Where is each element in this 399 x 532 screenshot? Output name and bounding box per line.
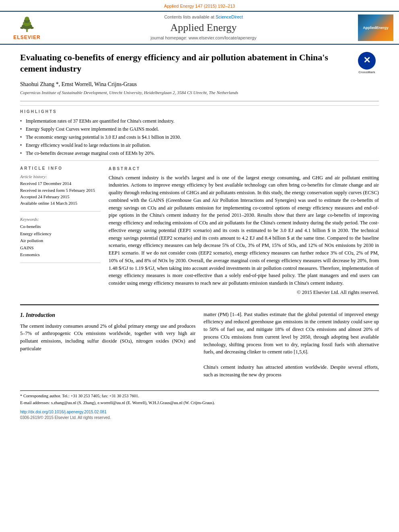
- list-item: The economic energy saving potential is …: [20, 133, 379, 141]
- abstract-label: ABSTRACT: [109, 166, 379, 172]
- history-label: Article history:: [20, 174, 101, 180]
- applied-energy-logo: AppliedEnergy: [358, 14, 394, 41]
- intro-left-col: 1. Introduction The cement industry cons…: [20, 311, 195, 379]
- authors-line: Shaohui Zhang *, Ernst Worrell, Wina Cri…: [20, 80, 379, 88]
- keywords-label: Keywords:: [20, 216, 101, 222]
- paper-title-block: Evaluating co-benefits of energy efficie…: [20, 52, 379, 75]
- list-item: Economics: [20, 251, 101, 259]
- article-info-label: ARTICLE INFO: [20, 166, 101, 171]
- divider-1: [20, 101, 379, 101]
- email-label: E-mail addresses:: [20, 401, 50, 405]
- highlights-label: HIGHLIGHTS: [20, 109, 379, 115]
- intro-right-col: matter (PM) [1–4]. Past studies estimate…: [204, 311, 379, 379]
- list-item: GAINS: [20, 244, 101, 252]
- introduction-section: 1. Introduction The cement industry cons…: [20, 304, 379, 379]
- list-item: Energy Supply Cost Curves were implement…: [20, 125, 379, 133]
- copyright-text: © 2015 Elsevier Ltd. All rights reserved…: [109, 289, 379, 296]
- list-item: The co-benefits decrease average margina…: [20, 149, 379, 157]
- elsevier-logo: ELSEVIER: [5, 14, 49, 41]
- affiliation-text: Copernicus Institute of Sustainable Deve…: [20, 90, 379, 96]
- keywords-block: Keywords: Co-benefits Energy efficiency …: [20, 216, 101, 263]
- abstract-text: China's cement industry is the world's l…: [109, 174, 379, 296]
- svg-point-6: [30, 27, 33, 29]
- journal-title: Applied Energy: [53, 21, 354, 35]
- email-footnote: E-mail addresses: s.zhang@uu.nl (S. Zhan…: [20, 400, 379, 406]
- list-item: Air pollution: [20, 237, 101, 244]
- elsevier-wordmark: ELSEVIER: [13, 34, 40, 41]
- doi-link[interactable]: http://dx.doi.org/10.1016/j.apenergy.201…: [20, 409, 379, 415]
- footer-links: http://dx.doi.org/10.1016/j.apenergy.201…: [20, 409, 379, 421]
- corresponding-footnote: * Corresponding author. Tel.: +31 30 253…: [20, 393, 379, 399]
- svg-point-4: [25, 17, 29, 21]
- citation-text: Applied Energy 147 (2015) 192–213: [164, 4, 235, 8]
- intro-title: 1. Introduction: [20, 311, 195, 319]
- introduction-cols: 1. Introduction The cement industry cons…: [20, 311, 379, 379]
- available-date: Available online 14 March 2015: [20, 200, 101, 206]
- journal-citation: Applied Energy 147 (2015) 192–213: [0, 0, 399, 11]
- svg-point-5: [20, 27, 24, 29]
- crossmark-icon: ✕: [363, 55, 370, 66]
- footer-copyright: 0306-2619/© 2015 Elsevier Ltd. All right…: [20, 415, 379, 421]
- received-date: Received 17 December 2014: [20, 181, 101, 187]
- crossmark-badge[interactable]: ✕ CrossMark: [355, 52, 379, 74]
- list-item: Energy efficiency: [20, 230, 101, 238]
- intro-paragraph-left: The cement industry consumes around 2% o…: [20, 322, 195, 353]
- article-info-abstract-cols: ARTICLE INFO Article history: Received 1…: [20, 166, 379, 296]
- list-item: Energy efficiency would lead to large re…: [20, 141, 379, 149]
- crossmark-label: CrossMark: [355, 70, 379, 74]
- list-item: Co-benefits: [20, 223, 101, 230]
- journal-center-info: Contents lists available at ScienceDirec…: [53, 14, 354, 41]
- elsevier-tree-svg: [13, 14, 41, 33]
- journal-banner: ELSEVIER Contents lists available at Sci…: [0, 11, 399, 44]
- main-content: Evaluating co-benefits of energy efficie…: [0, 45, 399, 428]
- abstract-col: ABSTRACT China's cement industry is the …: [109, 166, 379, 296]
- keywords-list: Co-benefits Energy efficiency Air pollut…: [20, 223, 101, 259]
- author-names: Shaohui Zhang *, Ernst Worrell, Wina Cri…: [20, 81, 137, 87]
- intro-paragraph-right-1: matter (PM) [1–4]. Past studies estimate…: [204, 311, 379, 356]
- sciencedirect-link[interactable]: ScienceDirect: [216, 14, 243, 19]
- email-values: s.zhang@uu.nl (S. Zhang), e.worrell@uu.n…: [51, 401, 215, 405]
- accepted-date: Accepted 24 February 2015: [20, 194, 101, 200]
- intro-paragraph-right-2: China's cement industry has attracted at…: [204, 364, 379, 379]
- list-item: Implementation rates of 37 EEMs are quan…: [20, 117, 379, 125]
- revised-date: Received in revised form 5 February 2015: [20, 187, 101, 193]
- highlights-section: HIGHLIGHTS Implementation rates of 37 EE…: [20, 105, 379, 161]
- homepage-line: journal homepage: www.elsevier.com/locat…: [53, 35, 354, 41]
- article-info-col: ARTICLE INFO Article history: Received 1…: [20, 166, 101, 296]
- logo-box-graphic: AppliedEnergy: [358, 14, 393, 41]
- sciencedirect-line: Contents lists available at ScienceDirec…: [53, 14, 354, 20]
- paper-title-text: Evaluating co-benefits of energy efficie…: [20, 52, 328, 74]
- footnotes-area: * Corresponding author. Tel.: +31 30 253…: [20, 390, 379, 420]
- crossmark-circle: ✕: [358, 52, 376, 70]
- highlights-list: Implementation rates of 37 EEMs are quan…: [20, 117, 379, 157]
- article-history-block: Article history: Received 17 December 20…: [20, 174, 101, 212]
